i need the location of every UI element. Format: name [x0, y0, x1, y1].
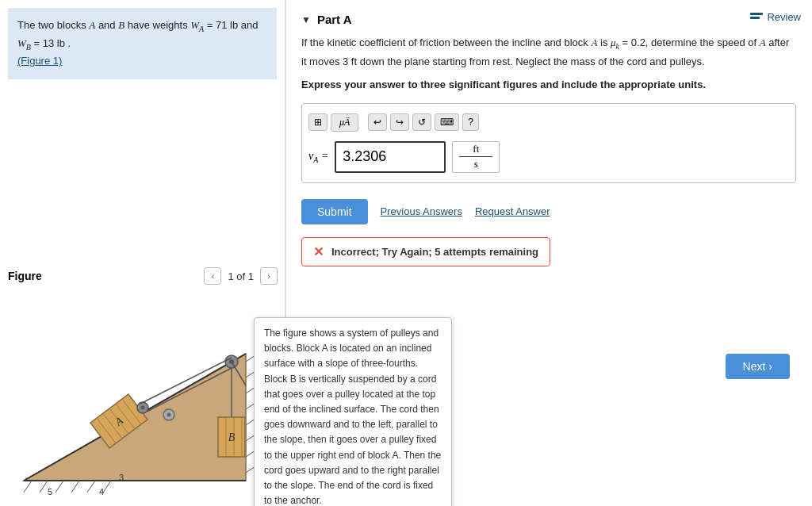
figure-prev-button[interactable]: ‹ [204, 267, 221, 285]
svg-line-4 [40, 481, 48, 493]
math-toolbar: ⊞ μÄ ↩ ↪ ↺ ⌨ ? [308, 110, 789, 138]
left-panel: The two blocks A and B have weights WA =… [0, 0, 285, 506]
svg-point-27 [141, 406, 145, 410]
statement-text: The two blocks A and B have weights WA =… [17, 19, 259, 49]
error-message: ✕ Incorrect; Try Again; 5 attempts remai… [301, 237, 550, 266]
next-button[interactable]: Next › [726, 354, 790, 379]
figure-tooltip: The figure shows a system of pulleys and… [254, 317, 452, 506]
svg-line-8 [103, 481, 111, 493]
undo-button[interactable]: ↩ [368, 113, 387, 131]
tooltip-text: The figure shows a system of pulleys and… [264, 328, 441, 506]
error-text: Incorrect; Try Again; 5 attempts remaini… [331, 246, 538, 258]
units-denominator: s [459, 157, 492, 171]
part-a-label: Part A [317, 13, 352, 26]
submit-button[interactable]: Submit [301, 199, 368, 224]
svg-text:3: 3 [119, 473, 124, 482]
svg-line-7 [87, 481, 95, 493]
previous-answers-button[interactable]: Previous Answers [381, 205, 462, 217]
error-icon: ✕ [313, 244, 324, 259]
redo-icon: ↪ [396, 117, 404, 128]
refresh-button[interactable]: ↺ [412, 113, 431, 131]
help-icon: ? [468, 117, 473, 128]
figure-image-area: A B 5 4 3 [0, 290, 285, 506]
figure-link[interactable]: (Figure 1) [17, 55, 62, 67]
svg-line-5 [56, 481, 63, 493]
keyboard-icon: ⌨ [440, 117, 454, 128]
mu-button[interactable]: μÄ [331, 113, 358, 132]
next-arrow: › [768, 360, 772, 373]
svg-point-41 [167, 413, 171, 417]
units-fraction: ft s [452, 141, 500, 173]
svg-text:5: 5 [48, 487, 52, 496]
submit-row: Submit Previous Answers Request Answer [285, 191, 812, 232]
units-numerator: ft [459, 143, 492, 157]
svg-text:B: B [228, 431, 236, 443]
undo-icon: ↩ [373, 117, 381, 128]
part-a-header: ▼ Part A [285, 0, 812, 34]
request-answer-button[interactable]: Request Answer [475, 205, 550, 217]
var-label: vA = [308, 150, 328, 164]
next-label: Next [743, 360, 766, 373]
figure-count: 1 of 1 [228, 270, 254, 282]
answer-input[interactable] [335, 141, 446, 173]
input-row: vA = ft s [308, 138, 789, 176]
figure-header: Figure ‹ 1 of 1 › [0, 262, 285, 290]
keyboard-button[interactable]: ⌨ [435, 113, 459, 131]
redo-button[interactable]: ↪ [390, 113, 409, 131]
svg-text:4: 4 [99, 487, 104, 496]
svg-line-6 [71, 481, 79, 493]
problem-text: If the kinetic coefficient of friction b… [285, 34, 812, 71]
figure-title: Figure [8, 270, 42, 282]
figure-next-button[interactable]: › [260, 267, 278, 285]
refresh-icon: ↺ [418, 117, 426, 128]
answer-area: ⊞ μÄ ↩ ↪ ↺ ⌨ ? vA = [301, 103, 796, 183]
problem-instruction: Express your answer to three significant… [285, 71, 812, 95]
help-button[interactable]: ? [462, 113, 479, 131]
figure-svg: A B 5 4 3 [16, 290, 270, 496]
svg-line-3 [24, 481, 32, 493]
problem-statement: The two blocks A and B have weights WA =… [8, 8, 277, 79]
matrix-button[interactable]: ⊞ [308, 113, 327, 131]
figure-nav: ‹ 1 of 1 › [204, 267, 278, 285]
part-arrow[interactable]: ▼ [301, 14, 311, 25]
